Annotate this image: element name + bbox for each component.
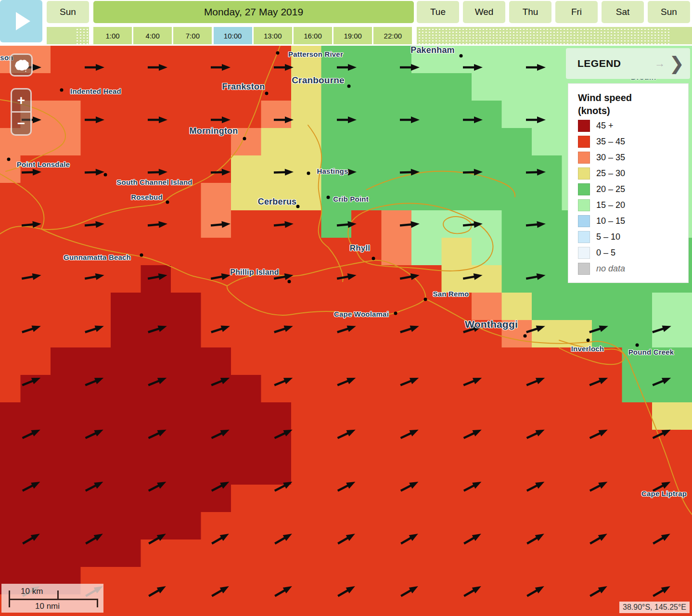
legend-item-25–30: 25 – 30 (578, 166, 688, 181)
place-dot-phillip-island (288, 280, 291, 283)
legend-label: 45 + (596, 121, 614, 131)
place-dot-patterson-river (276, 51, 280, 55)
legend-heading: Wind speed (578, 91, 688, 104)
legend-label: 30 – 35 (596, 153, 625, 163)
map-label-crib-point: Crib Point (333, 195, 369, 203)
map-label-phillip-island: Phillip Island (230, 268, 279, 277)
zoom-out-button[interactable]: − (12, 113, 30, 134)
day-tab-monday-selected[interactable]: Monday, 27 May 2019 (93, 1, 414, 23)
time-cell-1300[interactable]: 13:00 (254, 27, 292, 44)
legend-item-5–10: 5 – 10 (578, 229, 688, 244)
place-dot-crib-point (327, 196, 330, 199)
legend-item-35–45: 35 – 45 (578, 134, 688, 149)
day-tab-sun-prev[interactable]: Sun (47, 1, 89, 23)
map-label-inverloch: Inverloch (571, 345, 604, 353)
cursor-coordinates: 38.90°S, 145.25°E (619, 602, 690, 613)
time-strip-monday: 1:004:007:0010:0013:0016:0019:0022:00 (93, 27, 414, 44)
place-dot-rosebud (166, 201, 169, 204)
day-tab-fri[interactable]: Fri (555, 1, 598, 23)
map-label-south-channel-island: South Channel Island (116, 178, 192, 186)
map-scale-bar: 10 km 10 nmi (1, 584, 103, 613)
legend-swatch (578, 136, 590, 148)
legend-swatch (578, 247, 590, 259)
day-tab-sun-next[interactable]: Sun (648, 1, 690, 23)
place-dot-cape-woolamai (394, 312, 397, 315)
legend-label: 10 – 15 (596, 216, 625, 226)
map-label-cape-liptrap: Cape Liptrap (641, 489, 687, 498)
legend-label: no data (596, 264, 625, 274)
legend-item-15–20: 15 – 20 (578, 197, 688, 213)
legend-swatch (578, 263, 590, 275)
map-label-cape-woolamai: Cape Woolamai (334, 310, 389, 318)
legend-title: LEGEND (577, 58, 621, 69)
map-label-rosebud: Rosebud (131, 193, 163, 201)
legend-item-20–25: 20 – 25 (578, 181, 688, 197)
legend-units: (knots) (578, 104, 688, 117)
place-dot-frankston (265, 92, 269, 95)
map-label-wonthaggi: Wonthaggi (465, 319, 518, 330)
legend-label: 25 – 30 (596, 168, 625, 179)
legend-swatch (578, 215, 590, 227)
play-button[interactable] (0, 0, 42, 42)
place-dot-inverloch (587, 339, 590, 342)
legend-label: 0 – 5 (596, 248, 615, 258)
place-dot-point-lonsdale (7, 158, 11, 161)
place-dot-cranbourne (347, 85, 351, 88)
legend-swatch (578, 120, 590, 132)
map-label-cranbourne: Cranbourne (292, 75, 345, 86)
map-label-mornington: Mornington (190, 126, 238, 136)
legend-item-nodata: no data (578, 261, 688, 276)
map-label-frankston: Frankston (222, 82, 265, 92)
map-canvas[interactable]: + − LEGEND → ❯ Wind speed (knots) 45 +35… (0, 46, 692, 616)
scale-tick (97, 599, 98, 607)
time-cell-700[interactable]: 7:00 (173, 27, 212, 44)
legend-collapse-chevron-icon[interactable]: ❯ (669, 55, 684, 72)
time-strip-future-days[interactable] (417, 27, 692, 44)
day-tab-tue[interactable]: Tue (417, 1, 459, 23)
legend-panel: Wind speed (knots) 45 +35 – 4530 – 3525 … (568, 83, 689, 283)
time-strip-dots (75, 27, 89, 44)
legend-item-45+: 45 + (578, 118, 688, 133)
legend-swatch (578, 183, 590, 195)
map-label-pound-creek: Pound Creek (628, 348, 674, 356)
timeline-bar: Sun Monday, 27 May 2019 Tue Wed Thu Fri … (0, 0, 692, 46)
place-dot-gunnamatta-beach (140, 254, 143, 257)
time-cell-400[interactable]: 4:00 (133, 27, 172, 44)
place-dot-south-channel-island (104, 173, 107, 177)
map-label-rhyll: Rhyll (350, 244, 371, 253)
day-tab-thu[interactable]: Thu (509, 1, 551, 23)
australia-icon (13, 58, 29, 72)
time-cell-100[interactable]: 1:00 (93, 27, 132, 44)
map-label-indented-head: Indented Head (70, 87, 121, 95)
place-dot-rhyll (372, 257, 375, 260)
legend-item-10–15: 10 – 15 (578, 213, 688, 229)
map-label-gunnamatta-beach: Gunnamatta Beach (64, 253, 131, 261)
legend-label: 35 – 45 (596, 137, 625, 147)
map-label-point-lonsdale: Point Lonsdale (17, 160, 70, 168)
day-tab-wed[interactable]: Wed (463, 1, 505, 23)
scale-tick (9, 590, 10, 607)
time-strip-dots (417, 27, 670, 44)
legend-label: 20 – 25 (596, 184, 625, 194)
place-dot-pound-creek (636, 344, 639, 347)
time-cell-2200[interactable]: 22:00 (373, 27, 412, 44)
map-label-pakenham: Pakenham (410, 46, 455, 55)
map-label-hastings: Hastings (317, 167, 348, 175)
time-cell-1000[interactable]: 10:00 (214, 27, 252, 44)
day-tab-sat[interactable]: Sat (602, 1, 644, 23)
australia-locator-button[interactable] (10, 53, 33, 77)
time-strip-sun-prev[interactable] (47, 27, 89, 44)
scale-line (9, 599, 98, 600)
legend-item-0–5: 0 – 5 (578, 245, 688, 260)
legend-items: 45 +35 – 4530 – 3525 – 3020 – 2515 – 201… (578, 118, 688, 276)
play-icon (16, 12, 30, 30)
time-cell-1600[interactable]: 16:00 (294, 27, 332, 44)
place-dot-wonthaggi (524, 334, 527, 338)
place-dot-hastings (307, 172, 310, 175)
legend-header[interactable]: LEGEND → ❯ (566, 48, 690, 79)
place-dot-pakenham (460, 54, 463, 58)
time-cell-1900[interactable]: 19:00 (333, 27, 372, 44)
legend-item-30–35: 30 – 35 (578, 150, 688, 165)
scale-tick (57, 590, 59, 599)
zoom-in-button[interactable]: + (12, 90, 30, 113)
